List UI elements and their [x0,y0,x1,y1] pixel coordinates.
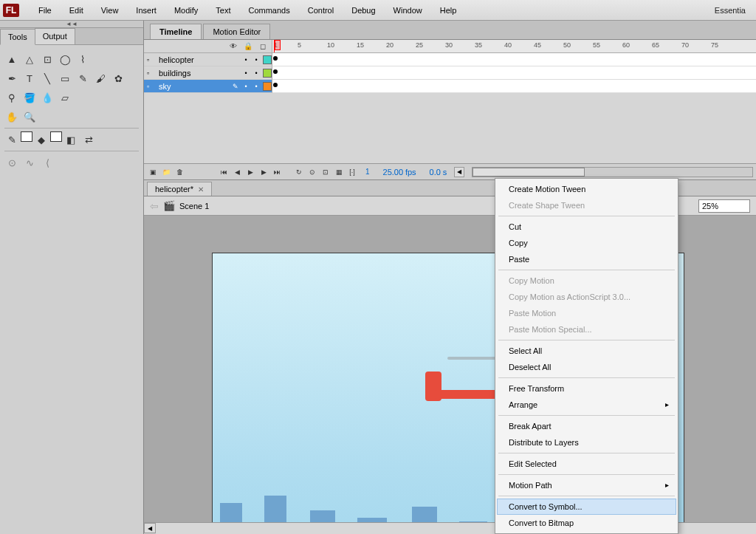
modify-markers-button[interactable]: [·] [346,166,358,178]
tab-motion-editor[interactable]: Motion Editor [203,24,270,39]
stroke-color-swatch[interactable] [21,131,32,142]
layer-lock-dot[interactable]: • [252,83,260,90]
layer-color-swatch[interactable] [263,69,272,78]
document-tab[interactable]: helicopter* ✕ [147,182,212,196]
menu-commands[interactable]: Commands [239,3,298,18]
layer-frames[interactable] [272,66,756,80]
selection-tool[interactable]: ▲ [3,51,21,67]
onion-skin-outlines-button[interactable]: ⊡ [320,166,331,178]
menu-insert[interactable]: Insert [127,3,165,18]
layer-frames[interactable] [272,53,756,66]
keyframe-icon[interactable] [273,83,278,87]
menu-text[interactable]: Text [207,3,239,18]
cm-convert-to-symbol[interactable]: Convert to Symbol... [497,499,676,515]
fill-color-icon[interactable]: ◆ [32,131,50,148]
layer-name[interactable]: helicopter [159,55,239,64]
cm-convert-to-bitmap[interactable]: Convert to Bitmap [497,515,676,531]
menu-control[interactable]: Control [299,3,343,18]
edit-multiple-frames-button[interactable]: ▦ [333,166,345,178]
layer-visibility-dot[interactable]: • [242,56,250,64]
line-tool[interactable]: ╲ [38,70,56,86]
eye-icon[interactable]: 👁 [229,42,238,50]
pen-tool[interactable]: ✒ [3,70,21,86]
next-frame-button[interactable]: ▶ [258,166,269,178]
cm-break-apart[interactable]: Break Apart [497,418,676,434]
lock-icon[interactable]: 🔒 [244,42,252,50]
eraser-tool[interactable]: ▱ [56,89,74,106]
rectangle-tool[interactable]: ▭ [56,70,74,86]
close-icon[interactable]: ✕ [198,185,204,194]
menu-help[interactable]: Help [431,3,466,18]
layer-name[interactable]: sky [159,82,229,91]
timeline-scroll-left[interactable]: ◀ [454,167,464,177]
scroll-left-arrow[interactable]: ◀ [144,523,156,533]
menu-debug[interactable]: Debug [343,3,384,18]
layer-visibility-dot[interactable]: • [242,83,250,90]
frame-ruler[interactable]: 1 5 10 15 20 25 30 35 40 45 50 55 60 65 … [272,40,756,52]
text-tool[interactable]: T [21,70,38,86]
new-layer-button[interactable]: ▣ [147,166,159,178]
layer-pencil-icon[interactable]: ✎ [232,83,239,90]
first-frame-button[interactable]: ⏮ [218,166,230,178]
cm-create-motion-tween[interactable]: Create Motion Tween [497,181,676,197]
menu-edit[interactable]: Edit [61,3,92,18]
timeline-scrollbar[interactable] [472,167,753,177]
subselection-tool[interactable]: △ [21,51,38,67]
cm-copy[interactable]: Copy [497,235,676,251]
play-button[interactable]: ▶ [244,166,256,178]
black-white-icon[interactable]: ◧ [62,131,80,148]
layer-frames[interactable] [272,80,756,93]
tab-tools[interactable]: Tools [0,29,35,45]
keyframe-icon[interactable] [273,56,278,61]
snap-tool[interactable]: ⊙ [3,154,21,171]
straighten-tool[interactable]: ⟨ [38,154,56,171]
paint-bucket-tool[interactable]: 🪣 [21,89,38,106]
layer-color-swatch[interactable] [263,82,272,91]
panel-collapse-toggle[interactable]: ◄◄ [0,21,143,28]
onion-skin-button[interactable]: ⊙ [306,166,318,178]
layer-visibility-dot[interactable]: • [242,69,250,77]
stroke-color-icon[interactable]: ✎ [3,131,21,148]
layer-row[interactable]: ▫ sky ✎ • • [144,80,756,93]
last-frame-button[interactable]: ⏭ [271,166,283,178]
fill-color-swatch[interactable] [50,131,62,142]
loop-button[interactable]: ↻ [293,166,305,178]
layer-row[interactable]: ▫ helicopter • • [144,53,756,66]
layer-row[interactable]: ▫ buildings • • [144,66,756,80]
menu-view[interactable]: View [92,3,128,18]
zoom-tool[interactable]: 🔍 [21,109,38,125]
delete-layer-button[interactable]: 🗑 [173,166,185,178]
cm-paste[interactable]: Paste [497,251,676,267]
eyedropper-tool[interactable]: 💧 [38,89,56,106]
smooth-tool[interactable]: ∿ [21,154,38,171]
bone-tool[interactable]: ⚲ [3,89,21,106]
cm-motion-path[interactable]: Motion Path [497,477,676,493]
cm-free-transform[interactable]: Free Transform [497,380,676,397]
workspace-selector[interactable]: Essentia [707,3,753,18]
layer-lock-dot[interactable]: • [252,69,260,77]
brush-tool[interactable]: 🖌 [92,70,109,86]
cm-select-all[interactable]: Select All [497,343,676,359]
layer-lock-dot[interactable]: • [252,56,260,64]
layer-name[interactable]: buildings [159,69,239,78]
cm-distribute-to-layers[interactable]: Distribute to Layers [497,434,676,451]
keyframe-icon[interactable] [273,69,278,74]
back-arrow-icon[interactable]: ⇦ [150,200,159,212]
lasso-tool[interactable]: ⌇ [74,51,92,67]
cm-edit-selected[interactable]: Edit Selected [497,456,676,472]
tab-output[interactable]: Output [35,28,75,44]
menu-modify[interactable]: Modify [165,3,207,18]
deco-tool[interactable]: ✿ [109,70,127,86]
cm-cut[interactable]: Cut [497,219,676,235]
prev-frame-button[interactable]: ◀ [231,166,243,178]
scene-label[interactable]: Scene 1 [179,202,209,210]
outline-icon[interactable]: ◻ [258,42,267,50]
free-transform-tool[interactable]: ⊡ [38,51,56,67]
tab-timeline[interactable]: Timeline [150,24,202,39]
swap-colors-icon[interactable]: ⇄ [80,131,97,148]
pencil-tool[interactable]: ✎ [74,70,92,86]
3d-rotation-tool[interactable]: ◯ [56,51,74,67]
zoom-input[interactable] [698,199,750,213]
new-folder-button[interactable]: 📁 [160,166,172,178]
cm-arrange[interactable]: Arrange [497,397,676,413]
